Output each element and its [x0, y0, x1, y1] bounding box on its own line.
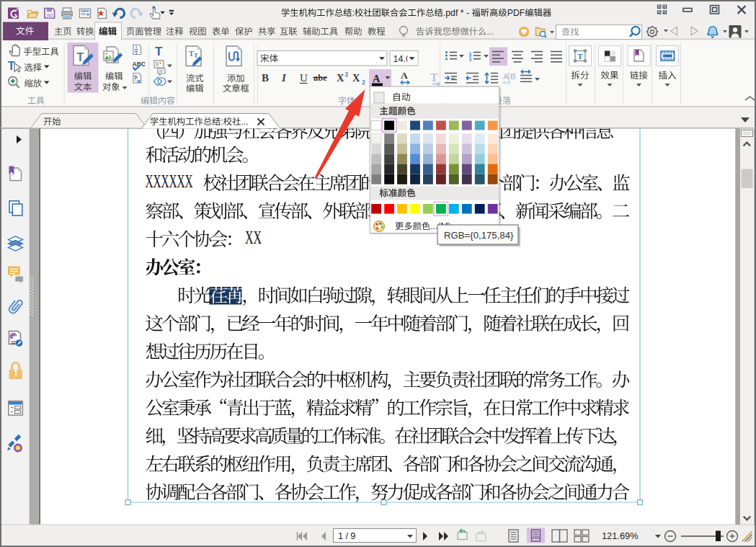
- svg-text:3: 3: [469, 58, 471, 62]
- svg-text:121.69%: 121.69%: [602, 530, 639, 541]
- svg-text:X: X: [352, 72, 360, 84]
- svg-text:...: ...: [241, 117, 248, 127]
- svg-text:A: A: [401, 70, 408, 81]
- svg-text:X: X: [337, 72, 344, 84]
- svg-text:.pdf * -: .pdf * -: [443, 8, 472, 18]
- svg-text:a: a: [138, 79, 141, 84]
- svg-text:RGB={0,175,84}: RGB={0,175,84}: [444, 230, 514, 241]
- svg-text:A: A: [503, 72, 509, 81]
- svg-text:XXXXXX: XXXXXX: [146, 172, 193, 191]
- svg-text:A: A: [373, 73, 381, 84]
- svg-text:T: T: [155, 45, 163, 58]
- svg-text:U: U: [300, 72, 308, 84]
- svg-text:T: T: [77, 51, 84, 63]
- svg-text:1 / 9: 1 / 9: [338, 531, 355, 541]
- svg-text::: :: [352, 8, 354, 18]
- svg-text:T: T: [430, 71, 438, 84]
- svg-text:B: B: [262, 72, 269, 84]
- svg-text:T: T: [194, 52, 198, 59]
- svg-text:2: 2: [345, 71, 349, 78]
- svg-text:PDF: PDF: [507, 8, 525, 18]
- svg-text:I: I: [281, 72, 287, 84]
- svg-text:T: T: [578, 53, 583, 61]
- svg-text:XX: XX: [245, 228, 262, 247]
- svg-text:B: B: [510, 72, 516, 81]
- svg-text:2: 2: [362, 79, 365, 86]
- svg-text::: :: [221, 117, 223, 127]
- svg-text:T: T: [8, 60, 15, 72]
- svg-text:T: T: [189, 50, 194, 58]
- svg-text:...: ...: [486, 27, 494, 37]
